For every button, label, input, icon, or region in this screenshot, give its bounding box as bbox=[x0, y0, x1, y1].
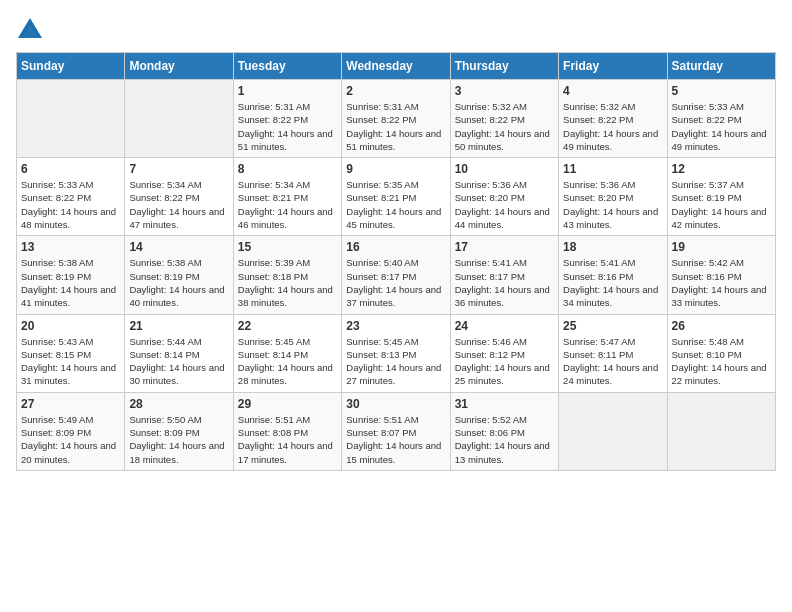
calendar-cell: 10Sunrise: 5:36 AM Sunset: 8:20 PM Dayli… bbox=[450, 158, 558, 236]
calendar-cell: 21Sunrise: 5:44 AM Sunset: 8:14 PM Dayli… bbox=[125, 314, 233, 392]
weekday-header-row: SundayMondayTuesdayWednesdayThursdayFrid… bbox=[17, 53, 776, 80]
weekday-header-friday: Friday bbox=[559, 53, 667, 80]
day-info: Sunrise: 5:41 AM Sunset: 8:16 PM Dayligh… bbox=[563, 256, 662, 309]
day-number: 13 bbox=[21, 240, 120, 254]
day-info: Sunrise: 5:32 AM Sunset: 8:22 PM Dayligh… bbox=[455, 100, 554, 153]
day-number: 28 bbox=[129, 397, 228, 411]
weekday-header-sunday: Sunday bbox=[17, 53, 125, 80]
day-number: 12 bbox=[672, 162, 771, 176]
calendar-cell: 27Sunrise: 5:49 AM Sunset: 8:09 PM Dayli… bbox=[17, 392, 125, 470]
day-number: 2 bbox=[346, 84, 445, 98]
day-number: 19 bbox=[672, 240, 771, 254]
day-number: 29 bbox=[238, 397, 337, 411]
day-number: 14 bbox=[129, 240, 228, 254]
day-info: Sunrise: 5:52 AM Sunset: 8:06 PM Dayligh… bbox=[455, 413, 554, 466]
day-info: Sunrise: 5:31 AM Sunset: 8:22 PM Dayligh… bbox=[238, 100, 337, 153]
calendar-cell: 12Sunrise: 5:37 AM Sunset: 8:19 PM Dayli… bbox=[667, 158, 775, 236]
day-number: 5 bbox=[672, 84, 771, 98]
calendar-cell: 24Sunrise: 5:46 AM Sunset: 8:12 PM Dayli… bbox=[450, 314, 558, 392]
weekday-header-saturday: Saturday bbox=[667, 53, 775, 80]
day-info: Sunrise: 5:36 AM Sunset: 8:20 PM Dayligh… bbox=[455, 178, 554, 231]
day-number: 4 bbox=[563, 84, 662, 98]
day-info: Sunrise: 5:48 AM Sunset: 8:10 PM Dayligh… bbox=[672, 335, 771, 388]
calendar-cell: 7Sunrise: 5:34 AM Sunset: 8:22 PM Daylig… bbox=[125, 158, 233, 236]
calendar-week-row: 1Sunrise: 5:31 AM Sunset: 8:22 PM Daylig… bbox=[17, 80, 776, 158]
calendar-cell: 6Sunrise: 5:33 AM Sunset: 8:22 PM Daylig… bbox=[17, 158, 125, 236]
day-info: Sunrise: 5:47 AM Sunset: 8:11 PM Dayligh… bbox=[563, 335, 662, 388]
day-number: 15 bbox=[238, 240, 337, 254]
weekday-header-tuesday: Tuesday bbox=[233, 53, 341, 80]
calendar-cell: 29Sunrise: 5:51 AM Sunset: 8:08 PM Dayli… bbox=[233, 392, 341, 470]
day-info: Sunrise: 5:51 AM Sunset: 8:08 PM Dayligh… bbox=[238, 413, 337, 466]
day-info: Sunrise: 5:43 AM Sunset: 8:15 PM Dayligh… bbox=[21, 335, 120, 388]
day-info: Sunrise: 5:50 AM Sunset: 8:09 PM Dayligh… bbox=[129, 413, 228, 466]
calendar-cell: 22Sunrise: 5:45 AM Sunset: 8:14 PM Dayli… bbox=[233, 314, 341, 392]
day-number: 26 bbox=[672, 319, 771, 333]
day-info: Sunrise: 5:34 AM Sunset: 8:21 PM Dayligh… bbox=[238, 178, 337, 231]
calendar-cell: 30Sunrise: 5:51 AM Sunset: 8:07 PM Dayli… bbox=[342, 392, 450, 470]
calendar-cell: 2Sunrise: 5:31 AM Sunset: 8:22 PM Daylig… bbox=[342, 80, 450, 158]
calendar-cell: 3Sunrise: 5:32 AM Sunset: 8:22 PM Daylig… bbox=[450, 80, 558, 158]
day-info: Sunrise: 5:38 AM Sunset: 8:19 PM Dayligh… bbox=[21, 256, 120, 309]
day-info: Sunrise: 5:40 AM Sunset: 8:17 PM Dayligh… bbox=[346, 256, 445, 309]
calendar-cell: 11Sunrise: 5:36 AM Sunset: 8:20 PM Dayli… bbox=[559, 158, 667, 236]
calendar-cell: 20Sunrise: 5:43 AM Sunset: 8:15 PM Dayli… bbox=[17, 314, 125, 392]
calendar-cell: 8Sunrise: 5:34 AM Sunset: 8:21 PM Daylig… bbox=[233, 158, 341, 236]
calendar-cell: 25Sunrise: 5:47 AM Sunset: 8:11 PM Dayli… bbox=[559, 314, 667, 392]
calendar-cell: 4Sunrise: 5:32 AM Sunset: 8:22 PM Daylig… bbox=[559, 80, 667, 158]
calendar-cell: 19Sunrise: 5:42 AM Sunset: 8:16 PM Dayli… bbox=[667, 236, 775, 314]
calendar-cell bbox=[17, 80, 125, 158]
day-number: 6 bbox=[21, 162, 120, 176]
day-number: 7 bbox=[129, 162, 228, 176]
calendar-cell: 23Sunrise: 5:45 AM Sunset: 8:13 PM Dayli… bbox=[342, 314, 450, 392]
calendar-cell: 9Sunrise: 5:35 AM Sunset: 8:21 PM Daylig… bbox=[342, 158, 450, 236]
calendar-week-row: 20Sunrise: 5:43 AM Sunset: 8:15 PM Dayli… bbox=[17, 314, 776, 392]
day-info: Sunrise: 5:51 AM Sunset: 8:07 PM Dayligh… bbox=[346, 413, 445, 466]
day-info: Sunrise: 5:33 AM Sunset: 8:22 PM Dayligh… bbox=[672, 100, 771, 153]
day-info: Sunrise: 5:41 AM Sunset: 8:17 PM Dayligh… bbox=[455, 256, 554, 309]
day-info: Sunrise: 5:39 AM Sunset: 8:18 PM Dayligh… bbox=[238, 256, 337, 309]
calendar-cell: 17Sunrise: 5:41 AM Sunset: 8:17 PM Dayli… bbox=[450, 236, 558, 314]
day-number: 10 bbox=[455, 162, 554, 176]
day-number: 20 bbox=[21, 319, 120, 333]
calendar-cell: 13Sunrise: 5:38 AM Sunset: 8:19 PM Dayli… bbox=[17, 236, 125, 314]
weekday-header-wednesday: Wednesday bbox=[342, 53, 450, 80]
calendar-cell bbox=[559, 392, 667, 470]
calendar-cell bbox=[667, 392, 775, 470]
day-info: Sunrise: 5:49 AM Sunset: 8:09 PM Dayligh… bbox=[21, 413, 120, 466]
day-number: 30 bbox=[346, 397, 445, 411]
day-info: Sunrise: 5:34 AM Sunset: 8:22 PM Dayligh… bbox=[129, 178, 228, 231]
calendar-cell bbox=[125, 80, 233, 158]
day-number: 8 bbox=[238, 162, 337, 176]
day-info: Sunrise: 5:33 AM Sunset: 8:22 PM Dayligh… bbox=[21, 178, 120, 231]
calendar-cell: 26Sunrise: 5:48 AM Sunset: 8:10 PM Dayli… bbox=[667, 314, 775, 392]
day-info: Sunrise: 5:35 AM Sunset: 8:21 PM Dayligh… bbox=[346, 178, 445, 231]
day-number: 21 bbox=[129, 319, 228, 333]
day-number: 3 bbox=[455, 84, 554, 98]
calendar-cell: 1Sunrise: 5:31 AM Sunset: 8:22 PM Daylig… bbox=[233, 80, 341, 158]
day-info: Sunrise: 5:38 AM Sunset: 8:19 PM Dayligh… bbox=[129, 256, 228, 309]
calendar-cell: 28Sunrise: 5:50 AM Sunset: 8:09 PM Dayli… bbox=[125, 392, 233, 470]
logo-icon bbox=[16, 16, 44, 44]
day-info: Sunrise: 5:45 AM Sunset: 8:14 PM Dayligh… bbox=[238, 335, 337, 388]
day-info: Sunrise: 5:32 AM Sunset: 8:22 PM Dayligh… bbox=[563, 100, 662, 153]
day-number: 25 bbox=[563, 319, 662, 333]
weekday-header-monday: Monday bbox=[125, 53, 233, 80]
day-number: 27 bbox=[21, 397, 120, 411]
day-info: Sunrise: 5:37 AM Sunset: 8:19 PM Dayligh… bbox=[672, 178, 771, 231]
day-number: 22 bbox=[238, 319, 337, 333]
day-number: 1 bbox=[238, 84, 337, 98]
day-number: 11 bbox=[563, 162, 662, 176]
calendar-cell: 16Sunrise: 5:40 AM Sunset: 8:17 PM Dayli… bbox=[342, 236, 450, 314]
day-info: Sunrise: 5:36 AM Sunset: 8:20 PM Dayligh… bbox=[563, 178, 662, 231]
day-info: Sunrise: 5:45 AM Sunset: 8:13 PM Dayligh… bbox=[346, 335, 445, 388]
calendar-cell: 15Sunrise: 5:39 AM Sunset: 8:18 PM Dayli… bbox=[233, 236, 341, 314]
day-number: 18 bbox=[563, 240, 662, 254]
calendar-cell: 14Sunrise: 5:38 AM Sunset: 8:19 PM Dayli… bbox=[125, 236, 233, 314]
day-number: 24 bbox=[455, 319, 554, 333]
day-number: 17 bbox=[455, 240, 554, 254]
calendar-week-row: 13Sunrise: 5:38 AM Sunset: 8:19 PM Dayli… bbox=[17, 236, 776, 314]
calendar-cell: 31Sunrise: 5:52 AM Sunset: 8:06 PM Dayli… bbox=[450, 392, 558, 470]
day-info: Sunrise: 5:44 AM Sunset: 8:14 PM Dayligh… bbox=[129, 335, 228, 388]
day-number: 23 bbox=[346, 319, 445, 333]
